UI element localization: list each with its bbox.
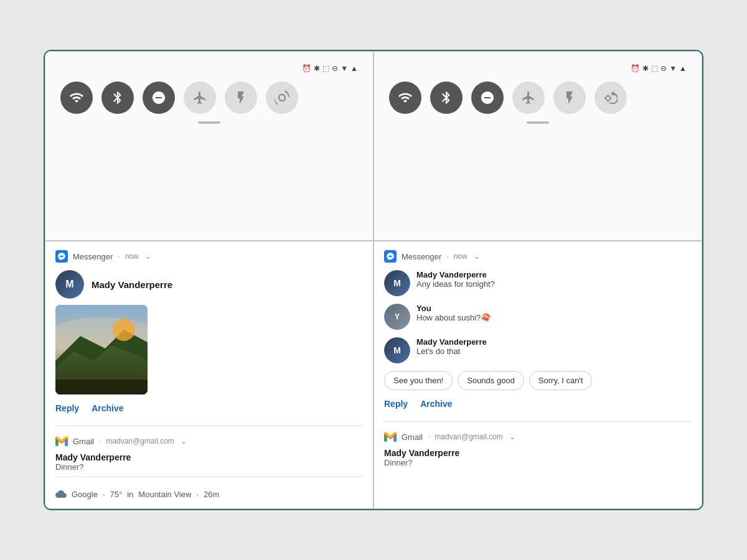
dnd-toggle-r[interactable] (471, 82, 504, 114)
svg-point-5 (113, 319, 135, 341)
gmail-email-left: madvan@gmail.com (106, 437, 174, 446)
divider-left (55, 426, 363, 426)
conv-row-0: M Mady Vanderperre Any ideas for tonight… (384, 270, 692, 296)
cast-icon: ⬚ (322, 64, 329, 73)
weather-provider: Google (72, 490, 98, 499)
airplane-toggle-r[interactable] (512, 82, 545, 114)
wifi-toggle[interactable] (60, 82, 93, 114)
dnd-toggle[interactable] (143, 82, 175, 114)
rotate-toggle[interactable] (266, 82, 298, 114)
gmail-header-left: Gmail · madvan@gmail.com ⌄ (55, 435, 363, 447)
wifi-toggle-r[interactable] (389, 82, 421, 114)
bluetooth-toggle-r[interactable] (430, 82, 463, 114)
chevron-down-icon-left: ⌄ (145, 252, 151, 261)
conv-row-2: M Mady Vanderperre Let's do that (384, 337, 692, 363)
messenger-sender-row-left: M Mady Vanderperre (55, 270, 363, 299)
quick-settings-right: ⏰ ✱ ⬚ ⊖ ▼ ▲ (374, 51, 702, 241)
conv-sender-0: Mady Vanderperre (416, 270, 495, 279)
reply-button-right[interactable]: Reply (384, 399, 408, 409)
archive-button-right[interactable]: Archive (420, 399, 452, 409)
notification-panel-right: Messenger · now ⌄ M Mady Vanderperre Any… (374, 241, 702, 509)
messenger-header-left: Messenger · now ⌄ (55, 250, 363, 263)
messenger-app-icon-r (384, 250, 397, 263)
notif-time-left: · (118, 252, 120, 261)
notif-time-right: now (454, 252, 467, 261)
avatar-mady-left: M (55, 270, 84, 299)
alarm-icon-r: ⏰ (631, 64, 640, 73)
sender-name-left: Mady Vanderperre (92, 279, 172, 290)
weather-in: in (127, 490, 133, 499)
gmail-sep-right: · (428, 432, 430, 441)
chevron-down-icon-right: ⌄ (474, 252, 480, 261)
gmail-chevron-left: ⌄ (181, 437, 187, 446)
signal-icon: ▲ (350, 64, 358, 73)
conv-text-0: Any ideas for tonight? (416, 279, 495, 289)
weather-temp: 75° (110, 490, 123, 499)
dnd-status-icon-r: ⊖ (660, 64, 667, 73)
gmail-sender-right: Mady Vanderperre (384, 448, 692, 458)
reply-button-left[interactable]: Reply (55, 403, 79, 413)
conv-sender-2: Mady Vanderperre (416, 337, 487, 347)
gmail-email-right: madvan@gmail.com (435, 432, 503, 441)
airplane-toggle[interactable] (184, 82, 216, 114)
gmail-section-right: Gmail · madvan@gmail.com ⌄ Mady Vanderpe… (384, 427, 692, 467)
action-row-left: Reply Archive (55, 403, 363, 413)
gmail-sender-left: Mady Vanderperre (55, 452, 363, 462)
quick-reply-0[interactable]: See you then! (384, 371, 453, 390)
gmail-subject-left: Dinner? (55, 462, 363, 472)
archive-button-left[interactable]: Archive (92, 403, 123, 413)
conv-text-2: Let's do that (416, 347, 487, 356)
avatar-you: Y (384, 304, 410, 330)
svg-rect-4 (55, 380, 148, 394)
weather-sep2: · (196, 490, 199, 499)
svg-marker-3 (55, 345, 148, 394)
messenger-image-left (55, 305, 148, 394)
signal-icon-r: ▲ (679, 64, 687, 73)
flashlight-toggle[interactable] (225, 82, 257, 114)
rotate-toggle-r[interactable] (594, 82, 627, 114)
notif-time-right-sep: · (446, 252, 448, 261)
bt-status-icon-r: ✱ (642, 64, 649, 73)
flashlight-toggle-r[interactable] (553, 82, 586, 114)
quick-reply-row: See you then! Sounds good Sorry, I can't (384, 371, 692, 390)
wifi-status-icon: ▼ (341, 64, 348, 73)
conv-content-1: You How about sushi?🍣 (416, 304, 491, 322)
quick-reply-2[interactable]: Sorry, I can't (529, 371, 593, 390)
divider-2-left (55, 477, 363, 477)
weather-location: Mountain View (138, 490, 191, 499)
gmail-section-left: Gmail · madvan@gmail.com ⌄ Mady Vanderpe… (55, 431, 363, 472)
messenger-app-name-right: Messenger (402, 252, 441, 261)
notif-time-val-left: now (125, 252, 139, 261)
bluetooth-toggle[interactable] (101, 82, 134, 114)
conv-sender-1: You (416, 304, 491, 313)
weather-time-ago: 26m (204, 490, 219, 499)
conv-content-2: Mady Vanderperre Let's do that (416, 337, 487, 356)
bt-status-icon: ✱ (314, 64, 320, 73)
status-bar-left: ⏰ ✱ ⬚ ⊖ ▼ ▲ (60, 64, 358, 73)
cloud-icon (55, 488, 67, 500)
conv-text-1: How about sushi?🍣 (416, 313, 491, 322)
quick-reply-1[interactable]: Sounds good (458, 371, 524, 390)
notification-panel-left: Messenger · now ⌄ M Mady Vanderperre (45, 241, 374, 509)
divider-right (384, 421, 692, 422)
gmail-subject-right: Dinner? (384, 458, 692, 467)
messenger-app-icon (55, 250, 68, 263)
gmail-chevron-right: ⌄ (509, 432, 515, 441)
qs-buttons-left (60, 82, 358, 114)
avatar-mady-right-0: M (384, 270, 410, 296)
conv-content-0: Mady Vanderperre Any ideas for tonight? (416, 270, 495, 289)
alarm-icon: ⏰ (302, 64, 311, 73)
gmail-sep-left: · (99, 437, 101, 446)
gmail-icon-right (384, 431, 397, 443)
avatar-mady-right-2: M (384, 337, 410, 363)
gmail-header-right: Gmail · madvan@gmail.com ⌄ (384, 431, 692, 443)
weather-sep1: · (103, 490, 105, 499)
messenger-app-name-left: Messenger (73, 252, 113, 261)
gmail-app-name-left: Gmail (73, 437, 94, 446)
messenger-header-right: Messenger · now ⌄ (384, 250, 692, 263)
action-row-right: Reply Archive (384, 399, 692, 409)
conv-row-1: Y You How about sushi?🍣 (384, 304, 692, 330)
gmail-icon-left (55, 435, 68, 447)
drag-handle-right (527, 121, 549, 124)
weather-row: Google · 75° in Mountain View · 26m (55, 488, 363, 500)
